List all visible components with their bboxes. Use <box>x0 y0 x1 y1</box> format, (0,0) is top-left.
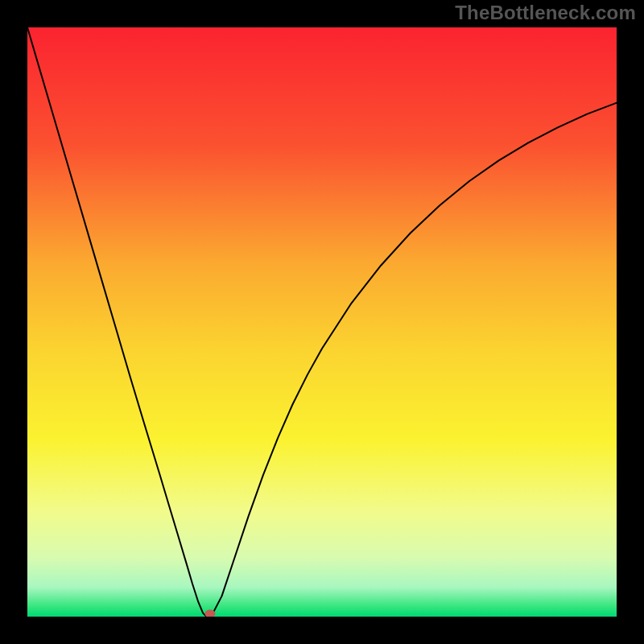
watermark-text: TheBottleneck.com <box>455 2 636 24</box>
plot-area <box>27 27 617 617</box>
bottleneck-chart <box>27 27 617 617</box>
chart-background <box>27 27 617 617</box>
chart-frame: TheBottleneck.com <box>0 0 644 644</box>
